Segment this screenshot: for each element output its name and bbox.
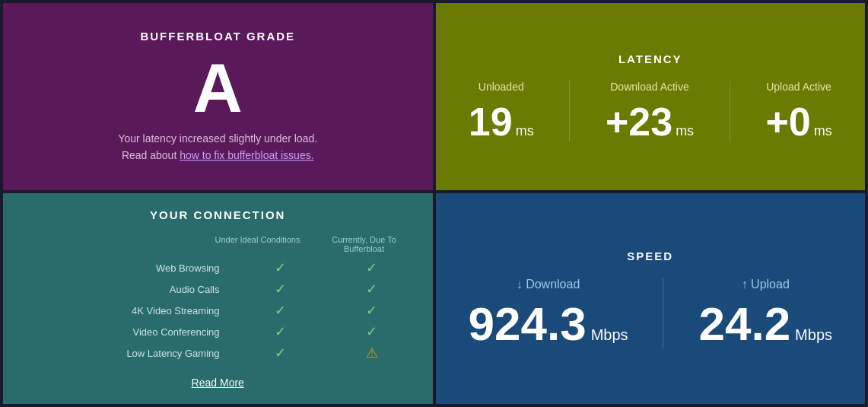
connection-label-web: Web Browsing bbox=[18, 262, 235, 274]
speed-upload-unit: Mbps bbox=[795, 326, 832, 344]
bufferbloat-desc-prefix: Read about bbox=[122, 149, 180, 161]
speed-download-number: 924.3 bbox=[468, 300, 586, 348]
connection-ideal-videoconf: ✓ bbox=[235, 323, 326, 340]
connection-label-gaming: Low Latency Gaming bbox=[18, 348, 235, 359]
read-more-link[interactable]: Read More bbox=[192, 377, 244, 389]
bufferbloat-panel: BUFFERBLOAT GRADE A Your latency increas… bbox=[3, 3, 433, 190]
connection-table: Under Ideal Conditions Currently, Due To… bbox=[18, 235, 418, 366]
latency-download-label: Download Active bbox=[610, 81, 689, 93]
speed-panel: SPEED ↓ Download 924.3 Mbps ↑ Upload 24.… bbox=[436, 193, 866, 404]
latency-divider-2 bbox=[730, 81, 730, 141]
speed-upload-number: 24.2 bbox=[698, 300, 790, 348]
latency-columns: Unloaded 19 ms Download Active +23 ms Up… bbox=[451, 81, 851, 141]
connection-row-gaming: Low Latency Gaming ✓ ⚠ bbox=[18, 345, 418, 361]
connection-current-audio: ✓ bbox=[326, 281, 418, 297]
connection-label-videoconf: Video Conferencing bbox=[18, 326, 235, 338]
bufferbloat-fix-link[interactable]: how to fix bufferbloat issues. bbox=[180, 149, 313, 161]
speed-download-col: ↓ Download 924.3 Mbps bbox=[468, 278, 628, 348]
latency-upload-number: +0 bbox=[765, 102, 810, 141]
connection-row-audio: Audio Calls ✓ ✓ bbox=[18, 281, 418, 297]
connection-current-videoconf: ✓ bbox=[326, 323, 418, 340]
speed-divider bbox=[663, 278, 663, 348]
speed-title: SPEED bbox=[627, 250, 673, 262]
connection-panel: YOUR CONNECTION Under Ideal Conditions C… bbox=[3, 193, 433, 404]
speed-download-unit: Mbps bbox=[591, 326, 628, 344]
bufferbloat-desc-line1: Your latency increased slightly under lo… bbox=[118, 132, 317, 145]
latency-download-number: +23 bbox=[606, 102, 672, 141]
connection-ideal-web: ✓ bbox=[235, 259, 326, 276]
latency-download-unit: ms bbox=[676, 123, 694, 139]
latency-upload-col: Upload Active +0 ms bbox=[765, 81, 831, 141]
connection-header-row: Under Ideal Conditions Currently, Due To… bbox=[18, 235, 418, 253]
connection-ideal-gaming: ✓ bbox=[235, 345, 326, 361]
latency-unloaded-unit: ms bbox=[516, 123, 534, 139]
connection-row-web: Web Browsing ✓ ✓ bbox=[18, 259, 418, 276]
latency-upload-value: +0 ms bbox=[765, 102, 831, 141]
latency-divider-1 bbox=[569, 81, 570, 141]
latency-unloaded-value: 19 ms bbox=[469, 102, 534, 141]
connection-current-web: ✓ bbox=[326, 259, 418, 276]
latency-title: LATENCY bbox=[618, 52, 682, 65]
bufferbloat-grade: A bbox=[193, 54, 243, 122]
connection-ideal-4k: ✓ bbox=[235, 302, 326, 319]
latency-unloaded-col: Unloaded 19 ms bbox=[469, 81, 534, 141]
connection-label-audio: Audio Calls bbox=[18, 284, 235, 295]
bufferbloat-description: Your latency increased slightly under lo… bbox=[118, 130, 317, 164]
latency-panel: LATENCY Unloaded 19 ms Download Active +… bbox=[436, 3, 866, 190]
speed-download-value: 924.3 Mbps bbox=[468, 300, 628, 348]
connection-col-header-1: Under Ideal Conditions bbox=[212, 235, 304, 253]
speed-columns: ↓ Download 924.3 Mbps ↑ Upload 24.2 Mbps bbox=[451, 278, 851, 348]
latency-unloaded-number: 19 bbox=[469, 102, 513, 141]
speed-upload-label: ↑ Upload bbox=[742, 278, 790, 291]
speed-download-label: ↓ Download bbox=[517, 278, 580, 291]
connection-label-4k: 4K Video Streaming bbox=[18, 305, 235, 316]
latency-download-col: Download Active +23 ms bbox=[606, 81, 694, 141]
connection-row-4k: 4K Video Streaming ✓ ✓ bbox=[18, 302, 418, 319]
latency-download-value: +23 ms bbox=[606, 102, 694, 141]
connection-current-4k: ✓ bbox=[326, 302, 418, 319]
speed-upload-col: ↑ Upload 24.2 Mbps bbox=[698, 278, 832, 348]
connection-ideal-audio: ✓ bbox=[235, 281, 326, 297]
connection-title: YOUR CONNECTION bbox=[150, 208, 285, 221]
connection-current-gaming: ⚠ bbox=[326, 345, 418, 361]
bufferbloat-title: BUFFERBLOAT GRADE bbox=[140, 30, 295, 43]
connection-col-header-2: Currently, Due To Bufferbloat bbox=[319, 235, 410, 253]
speed-upload-value: 24.2 Mbps bbox=[698, 300, 832, 348]
connection-row-videoconf: Video Conferencing ✓ ✓ bbox=[18, 323, 418, 340]
latency-upload-label: Upload Active bbox=[766, 81, 831, 93]
latency-upload-unit: ms bbox=[814, 123, 832, 139]
latency-unloaded-label: Unloaded bbox=[479, 81, 524, 93]
